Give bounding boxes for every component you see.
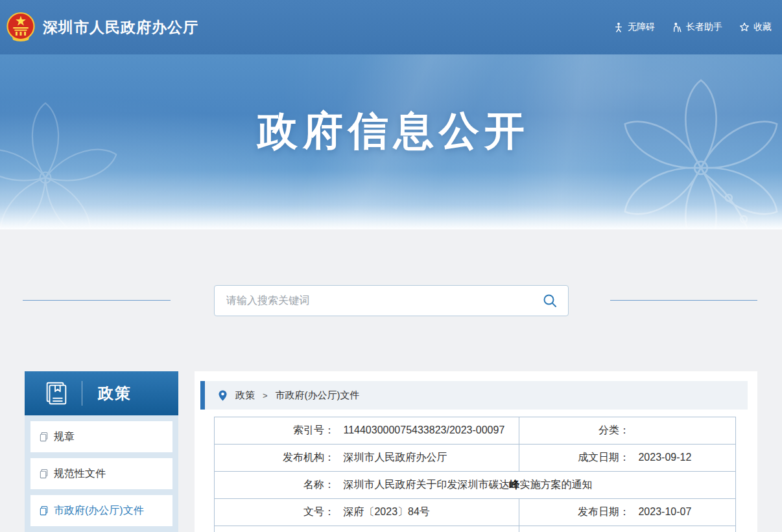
policy-book-icon xyxy=(43,380,70,407)
divider xyxy=(82,381,82,406)
sidebar-menu: 规章 规范性文件 市政府(办公厅)文件 xyxy=(25,415,178,532)
breadcrumb-link-policy[interactable]: 政策 xyxy=(235,389,255,402)
field-value: 2023-09-12 xyxy=(638,452,691,463)
elder-assistant-link[interactable]: 长者助手 xyxy=(672,21,722,33)
written-date-cell: 成文日期： 2023-09-12 xyxy=(519,445,736,472)
decorative-line-left xyxy=(23,300,171,301)
sidebar: 政策 规章 规范性文件 xyxy=(25,371,178,532)
field-label: 分类： xyxy=(519,424,630,437)
name-highlight: 峰 xyxy=(509,479,519,490)
sidebar-item-label: 规章 xyxy=(54,430,75,444)
empty-cell xyxy=(215,526,519,532)
sidebar-item-label: 市政府(办公厅)文件 xyxy=(54,504,144,518)
content-panel: 政策 > 市政府(办公厅)文件 索引号： 114403000075433823/… xyxy=(195,371,757,532)
field-value: 深圳市人民政府办公厅 xyxy=(343,452,447,463)
top-link-label: 长者助手 xyxy=(686,21,722,33)
document-icon xyxy=(39,505,49,516)
field-label: 发布机构： xyxy=(215,451,335,465)
table-row-partial xyxy=(215,526,736,532)
field-label: 发布日期： xyxy=(519,505,630,519)
document-info-table: 索引号： 114403000075433823/2023-00097 分类： 发… xyxy=(214,417,736,532)
search-icon xyxy=(543,294,557,308)
accessibility-icon xyxy=(613,22,624,32)
sidebar-header: 政策 xyxy=(25,371,178,415)
field-label: 成文日期： xyxy=(519,451,630,465)
issuing-agency-cell: 发布机构： 深圳市人民政府办公厅 xyxy=(215,445,519,472)
table-row-index-category: 索引号： 114403000075433823/2023-00097 分类： xyxy=(215,417,736,445)
document-name: 深圳市人民政府关于印发深圳市碳达峰实施方案的通知 xyxy=(343,479,592,490)
sidebar-title: 政策 xyxy=(98,383,132,404)
field-value: 114403000075433823/2023-00097 xyxy=(343,424,504,435)
name-prefix: 深圳市人民政府关于印发深圳市碳达 xyxy=(343,479,509,490)
sidebar-item-regulations[interactable]: 规章 xyxy=(30,421,172,452)
field-value: 深府〔2023〕84号 xyxy=(343,506,429,517)
sidebar-item-label: 规范性文件 xyxy=(54,467,106,481)
document-number-cell: 文号： 深府〔2023〕84号 xyxy=(215,499,519,526)
field-label: 文号： xyxy=(215,505,335,519)
document-icon xyxy=(39,468,49,479)
field-value: 2023-10-07 xyxy=(638,506,691,517)
index-number-cell: 索引号： 114403000075433823/2023-00097 xyxy=(215,417,519,445)
sidebar-item-municipal-government-documents[interactable]: 市政府(办公厅)文件 xyxy=(30,495,172,526)
field-label: 名称： xyxy=(215,478,335,492)
favorite-link[interactable]: 收藏 xyxy=(739,21,772,33)
site-brand[interactable]: 深圳市人民政府办公厅 xyxy=(6,11,198,43)
elder-assistant-icon xyxy=(672,22,682,32)
search-input[interactable] xyxy=(215,286,532,316)
breadcrumb: 政策 > 市政府(办公厅)文件 xyxy=(200,381,748,410)
star-icon xyxy=(739,22,750,32)
field-label: 索引号： xyxy=(215,424,335,437)
document-name-cell: 名称： 深圳市人民政府关于印发深圳市碳达峰实施方案的通知 xyxy=(215,472,736,499)
breadcrumb-current: 市政府(办公厅)文件 xyxy=(276,389,360,402)
document-icon xyxy=(39,432,49,442)
table-row-name: 名称： 深圳市人民政府关于印发深圳市碳达峰实施方案的通知 xyxy=(215,472,736,499)
publish-date-cell: 发布日期： 2023-10-07 xyxy=(519,499,736,526)
accessibility-link[interactable]: 无障碍 xyxy=(613,21,655,33)
table-row-agency-date: 发布机构： 深圳市人民政府办公厅 成文日期： 2023-09-12 xyxy=(215,445,736,472)
category-cell: 分类： xyxy=(519,417,736,445)
search-button[interactable] xyxy=(532,286,568,316)
breadcrumb-separator: > xyxy=(263,391,268,400)
main-area: 政策 规章 规范性文件 xyxy=(25,371,757,532)
top-utility-links: 无障碍 长者助手 收藏 xyxy=(613,21,772,33)
search-section xyxy=(0,285,782,316)
table-row-docno-publish: 文号： 深府〔2023〕84号 发布日期： 2023-10-07 xyxy=(215,499,736,526)
search-box xyxy=(214,285,569,316)
decorative-line-right xyxy=(610,300,757,301)
site-header: 深圳市人民政府办公厅 无障碍 长者助手 收藏 xyxy=(0,0,782,54)
page-title: 政府信息公开 xyxy=(0,54,782,158)
top-link-label: 无障碍 xyxy=(628,21,655,33)
national-emblem-logo xyxy=(6,11,35,43)
location-pin-icon xyxy=(219,390,227,401)
site-title: 深圳市人民政府办公厅 xyxy=(43,17,198,38)
banner: 政府信息公开 xyxy=(0,54,782,229)
sidebar-item-normative-documents[interactable]: 规范性文件 xyxy=(30,458,172,489)
empty-cell xyxy=(519,526,736,532)
top-link-label: 收藏 xyxy=(753,21,772,33)
name-suffix: 实施方案的通知 xyxy=(519,479,592,490)
